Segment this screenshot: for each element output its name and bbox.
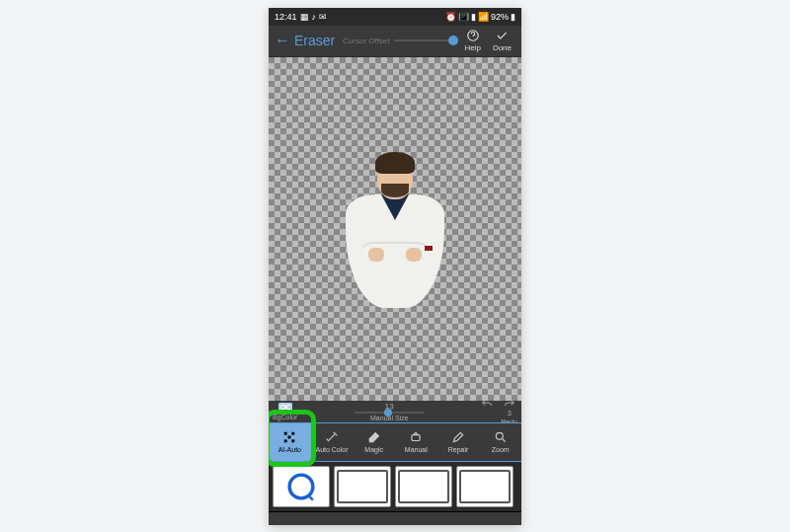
thumbnail-2[interactable] (334, 466, 391, 507)
app-header: ← Eraser Cursor Offset Help Done (269, 26, 521, 57)
bgcolor-swatch-icon (278, 403, 292, 413)
cursor-offset-label: Cursor Offset (343, 37, 389, 45)
undo-button[interactable] (481, 398, 493, 425)
manual-size-setting[interactable]: 13 Manual Size (303, 402, 475, 421)
slider-thumb[interactable] (384, 409, 392, 417)
tool-zoom[interactable]: Zoom (479, 423, 521, 461)
svg-rect-6 (412, 435, 420, 441)
status-time: 12:41 (275, 12, 297, 22)
wand-icon (325, 430, 339, 444)
manual-eraser-icon (409, 430, 423, 444)
phone-frame: 12:41 ▦ ♪ ✉ ⏰ 📳 ▮ 📶 92% ▮ ← Eraser Curso… (269, 8, 521, 525)
thumbnail-1[interactable] (273, 466, 330, 507)
done-button[interactable]: Done (489, 29, 515, 52)
bgcolor-setting[interactable]: BgColor (273, 403, 297, 420)
android-navbar (269, 511, 521, 512)
tool-auto-color[interactable]: Auto Color (311, 423, 354, 461)
thumbnail-strip (269, 462, 521, 511)
svg-rect-1 (284, 432, 287, 435)
svg-rect-4 (292, 439, 295, 442)
redo-button[interactable]: 3 Redo (501, 398, 517, 425)
zoom-icon (494, 430, 508, 444)
back-icon[interactable]: ← (275, 32, 290, 49)
brush-icon (451, 430, 465, 444)
ai-auto-icon (282, 430, 296, 444)
help-button[interactable]: Help (460, 29, 484, 52)
wifi-icon: 📶 (478, 12, 489, 22)
thumbnail-4[interactable] (456, 466, 514, 507)
svg-rect-2 (292, 432, 295, 435)
vibrate-icon: 📳 (458, 12, 469, 22)
help-icon (466, 29, 480, 42)
signal-icon: ▮ (471, 12, 476, 22)
tool-repair[interactable]: Repair (437, 423, 480, 461)
thumbnail-3[interactable] (395, 466, 452, 507)
messenger-status-icon: ✉ (319, 12, 327, 22)
svg-point-5 (288, 435, 292, 439)
svg-point-8 (289, 475, 313, 498)
eraser-icon (367, 430, 381, 444)
tool-manual[interactable]: Manual (395, 423, 437, 461)
tool-magic[interactable]: Magic (353, 423, 395, 461)
subject-body (346, 194, 444, 308)
subject-cutout (341, 150, 449, 308)
battery-text: 92% (491, 12, 509, 22)
battery-icon: ▮ (511, 12, 515, 22)
alarm-icon: ⏰ (445, 12, 456, 22)
tiktok-status-icon: ♪ (312, 12, 317, 22)
status-bar: 12:41 ▦ ♪ ✉ ⏰ 📳 ▮ 📶 92% ▮ (269, 8, 521, 26)
size-slider[interactable] (355, 412, 424, 414)
gallery-status-icon: ▦ (300, 12, 309, 22)
tool-ai-auto[interactable]: AI-Auto (269, 423, 311, 461)
cursor-offset-slider[interactable] (394, 39, 453, 41)
check-icon (495, 29, 509, 42)
settings-row: BgColor 13 Manual Size 3 Redo (269, 401, 521, 422)
editor-canvas[interactable] (269, 57, 521, 401)
svg-point-7 (496, 432, 503, 439)
svg-rect-3 (284, 439, 287, 442)
tool-bar: AI-Auto Auto Color Magic Manual Repair Z… (269, 422, 521, 462)
page-title: Eraser (294, 33, 335, 48)
slider-thumb[interactable] (448, 36, 458, 45)
